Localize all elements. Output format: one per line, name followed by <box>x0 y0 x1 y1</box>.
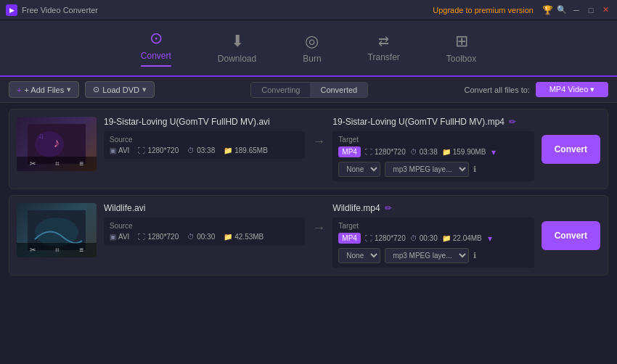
size-icon-1: 📁 <box>224 146 232 154</box>
source-props-1: ▣ AVI ⛶ 1280*720 ⏱ 03:38 📁 189.65MB <box>110 146 299 154</box>
titlebar-left: ▶ Free Video Converter <box>6 4 98 16</box>
add-dropdown-icon[interactable]: ▾ <box>67 85 71 94</box>
effect2-select-2[interactable]: mp3 MPEG laye... <box>385 248 469 263</box>
convert-button-2[interactable]: Convert <box>542 221 600 250</box>
main-content: ♪ ♫ ✂ ⌗ ≡ 19-Sistar-Loving U(GomTV FullH… <box>0 103 617 364</box>
nav-label-transfer: Transfer <box>368 52 400 62</box>
close-btn[interactable]: ✕ <box>600 4 611 16</box>
target-info-2: Target MP4 ⛶ 1280*720 ⏱ 00:30 📁 22.04MB … <box>332 218 534 268</box>
target-dropdown-icon-2[interactable]: ▾ <box>488 233 492 244</box>
source-label-1: Source <box>110 136 299 144</box>
info-icon-1[interactable]: ℹ <box>473 165 476 174</box>
load-dvd-button[interactable]: ⊙ Load DVD ▾ <box>85 81 155 98</box>
nav-label-convert: Convert <box>141 51 171 61</box>
load-dvd-label: Load DVD <box>102 86 139 94</box>
edit-icon-1[interactable]: ✏ <box>509 117 516 127</box>
tab-converting[interactable]: Converting <box>251 83 310 97</box>
target-dur-1: ⏱ 03:38 <box>410 148 438 156</box>
nav-label-download: Download <box>218 54 256 64</box>
target-format-badge-2: MP4 <box>338 233 361 244</box>
effects-icon-2[interactable]: ≡ <box>79 246 83 255</box>
effect1-select-2[interactable]: None <box>338 248 380 263</box>
effect1-select-1[interactable]: None <box>338 162 380 177</box>
tab-converted[interactable]: Converted <box>310 83 367 97</box>
target-block-1: 19-Sistar-Loving U(GomTV FullHD MV).mp4 … <box>332 117 534 181</box>
search-title-icon[interactable]: 🔍 <box>556 4 568 16</box>
info-icon-2[interactable]: ℹ <box>473 251 476 260</box>
source-block-2: Source ▣ AVI ⛶ 1280*720 ⏱ 00:30 📁 42.53M… <box>104 218 305 245</box>
plus-icon: + <box>17 86 21 94</box>
load-dropdown-icon[interactable]: ▾ <box>142 85 147 94</box>
source-label-2: Source <box>110 222 299 230</box>
target-size-1: 📁 159.90MB <box>442 148 486 156</box>
app-icon: ▶ <box>6 4 17 16</box>
nav-item-burn[interactable]: ◎ Burn <box>294 26 330 70</box>
upgrade-link[interactable]: Upgrade to premium version <box>433 6 534 15</box>
arrow-1: → <box>312 117 325 149</box>
tdur-icon-1: ⏱ <box>410 148 417 156</box>
file-item-2: ✂ ⌗ ≡ Wildlife.avi Source ▣ AVI ⛶ 1280*7… <box>9 195 608 276</box>
burn-nav-icon: ◎ <box>305 32 319 51</box>
source-format-2: ▣ AVI <box>110 233 129 241</box>
transfer-nav-icon: ⇄ <box>378 33 389 49</box>
maximize-btn[interactable]: □ <box>585 4 597 16</box>
nav-item-convert[interactable]: ⊙ Convert <box>132 23 180 73</box>
res-icon-1: ⛶ <box>138 146 145 154</box>
toolbar: + + Add Files ▾ ⊙ Load DVD ▾ Converting … <box>0 77 617 103</box>
toolbox-nav-icon: ⊞ <box>455 32 468 51</box>
titlebar-right: Upgrade to premium version 🏆 🔍 ─ □ ✕ <box>433 4 611 16</box>
nav-item-transfer[interactable]: ⇄ Transfer <box>359 28 409 68</box>
edit-icon-2[interactable]: ✏ <box>385 203 392 213</box>
target-filename-1: 19-Sistar-Loving U(GomTV FullHD MV).mp4 … <box>332 117 534 127</box>
titlebar: ▶ Free Video Converter Upgrade to premiu… <box>0 0 617 20</box>
svg-text:♪: ♪ <box>54 136 60 150</box>
thumb-controls-1: ✂ ⌗ ≡ <box>17 157 97 171</box>
source-filename-1: 19-Sistar-Loving U(GomTV FullHD MV).avi <box>104 117 305 127</box>
crop-icon-1[interactable]: ⌗ <box>55 160 60 168</box>
nav-label-burn: Burn <box>303 54 321 64</box>
file-info-2: Wildlife.avi Source ▣ AVI ⛶ 1280*720 ⏱ 0… <box>104 203 305 245</box>
nav-item-download[interactable]: ⬇ Download <box>209 26 265 70</box>
size-icon-2: 📁 <box>224 233 232 241</box>
cut-icon-1[interactable]: ✂ <box>30 160 36 168</box>
target-label-2: Target <box>338 222 528 230</box>
effects-icon-1[interactable]: ≡ <box>79 160 83 168</box>
format-icon-2: ▣ <box>110 233 116 241</box>
thumbnail-1: ♪ ♫ ✂ ⌗ ≡ <box>17 117 97 171</box>
arrow-2: → <box>312 203 325 236</box>
file-info-1: 19-Sistar-Loving U(GomTV FullHD MV).avi … <box>104 117 305 159</box>
target-info-1: Target MP4 ⛶ 1280*720 ⏱ 03:38 📁 159.90MB… <box>332 131 534 181</box>
source-props-2: ▣ AVI ⛶ 1280*720 ⏱ 00:30 📁 42.53MB <box>110 233 299 241</box>
source-filename-2: Wildlife.avi <box>104 203 305 213</box>
cut-icon-2[interactable]: ✂ <box>30 246 36 255</box>
add-files-button[interactable]: + + Add Files ▾ <box>9 81 79 98</box>
convert-button-1[interactable]: Convert <box>542 135 600 164</box>
source-dur-1: ⏱ 03:38 <box>187 146 215 154</box>
crop-icon-2[interactable]: ⌗ <box>55 246 60 255</box>
app-title: Free Video Converter <box>22 6 98 15</box>
target-dur-2: ⏱ 00:30 <box>410 234 438 242</box>
format-icon-1: ▣ <box>110 146 116 154</box>
dur-icon-2: ⏱ <box>187 233 195 241</box>
trophy-icon: 🏆 <box>542 5 553 15</box>
format-label: MP4 Video <box>549 85 589 94</box>
target-dropdown-icon-1[interactable]: ▾ <box>491 147 496 157</box>
add-files-label: + Add Files <box>24 86 64 94</box>
effect2-select-1[interactable]: mp3 MPEG laye... <box>385 162 469 177</box>
convert-all-files-label: Convert all files to: <box>465 86 530 94</box>
dropdown-row-2: None mp3 MPEG laye... ℹ <box>338 248 528 263</box>
tres-icon-2: ⛶ <box>365 234 372 242</box>
nav-bar: ⊙ Convert ⬇ Download ◎ Burn ⇄ Transfer ⊞… <box>0 20 617 77</box>
nav-item-toolbox[interactable]: ⊞ Toolbox <box>438 26 485 70</box>
convert-nav-icon: ⊙ <box>150 29 163 48</box>
tab-group: Converting Converted <box>250 82 368 98</box>
minimize-btn[interactable]: ─ <box>571 4 582 16</box>
format-select[interactable]: MP4 Video ▾ <box>536 82 608 97</box>
source-size-2: 📁 42.53MB <box>224 233 263 241</box>
tsize-icon-1: 📁 <box>442 148 451 156</box>
file-item-1: ♪ ♫ ✂ ⌗ ≡ 19-Sistar-Loving U(GomTV FullH… <box>9 109 608 189</box>
source-dur-2: ⏱ 00:30 <box>187 233 215 241</box>
tres-icon-1: ⛶ <box>365 148 372 156</box>
target-res-2: ⛶ 1280*720 <box>365 234 406 242</box>
dropdown-row-1: None mp3 MPEG laye... ℹ <box>338 162 528 177</box>
